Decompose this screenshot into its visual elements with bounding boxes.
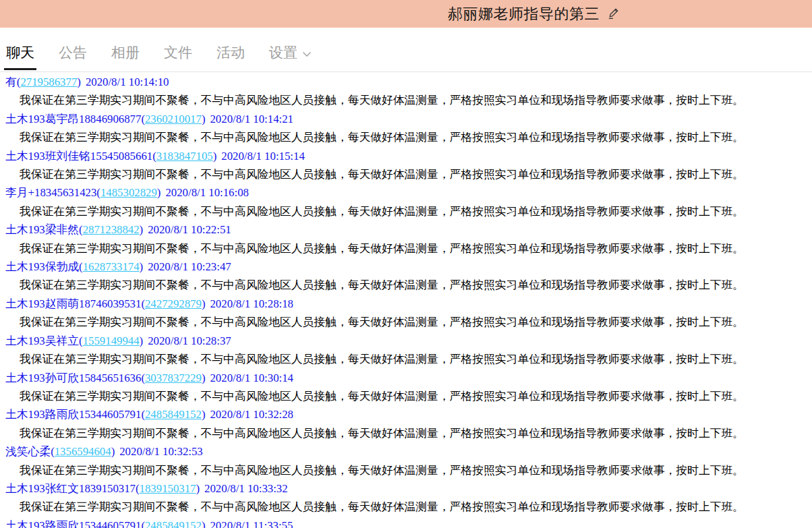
- paren-close: ): [140, 223, 144, 236]
- message-body: 我保证在第三学期实习期间不聚餐，不与中高风险地区人员接触，每天做好体温测量，严格…: [5, 276, 807, 294]
- timestamp: 2020/8/1 11:33:55: [210, 519, 293, 528]
- message-header: 李月+18345631423(1485302829)2020/8/1 10:16…: [5, 183, 807, 202]
- tab-label: 设置: [269, 43, 297, 62]
- timestamp: 2020/8/1 10:14:21: [210, 113, 293, 125]
- qq-number-link[interactable]: 2360210017: [145, 113, 202, 125]
- paren-close: ): [196, 482, 200, 495]
- tab-label: 相册: [111, 43, 140, 62]
- message-header: 浅笑心柔(1356594604)2020/8/1 10:32:53: [5, 442, 807, 461]
- message-header: 土木193吴祥立(1559149944)2020/8/1 10:28:37: [5, 332, 807, 350]
- chat-message: 土木193路雨欣15344605791(2485849152)2020/8/1 …: [5, 517, 807, 528]
- message-header: 土木193班刘佳铭15545085661(3183847105)2020/8/1…: [5, 147, 807, 165]
- qq-number-link[interactable]: 1559149944: [83, 334, 140, 347]
- qq-number-link[interactable]: 2427292879: [145, 297, 202, 310]
- page-title: 郝丽娜老师指导的第三: [448, 4, 600, 24]
- tab-label: 公告: [59, 43, 87, 62]
- qq-number-link[interactable]: 1356594604: [55, 445, 111, 458]
- paren-close: ): [202, 297, 206, 310]
- sender-name: 土木193张红文1839150317: [5, 482, 136, 495]
- message-body: 我保证在第三学期实习期间不聚餐，不与中高风险地区人员接触，每天做好体温测量，严格…: [5, 128, 807, 146]
- tab-activities[interactable]: 活动: [214, 28, 247, 70]
- timestamp: 2020/8/1 10:33:32: [204, 482, 288, 495]
- message-header: 土木193张红文1839150317(1839150317)2020/8/1 1…: [5, 479, 807, 498]
- tab-chat[interactable]: 聊天: [4, 28, 36, 70]
- paren-close: ): [140, 260, 144, 273]
- message-header: 土木193梁非然(2871238842)2020/8/1 10:22:51: [5, 221, 807, 239]
- paren-close: ): [140, 334, 144, 347]
- qq-number-link[interactable]: 3037837229: [145, 372, 202, 384]
- sender-name: 李月+18345631423: [5, 186, 96, 199]
- message-header: 土木193保勃成(1628733174)2020/8/1 10:23:47: [5, 258, 807, 276]
- message-header: 土木193路雨欣15344605791(2485849152)2020/8/1 …: [5, 517, 807, 528]
- message-header: 土木193赵雨萌18746039531(2427292879)2020/8/1 …: [5, 295, 807, 313]
- chat-message: 浅笑心柔(1356594604)2020/8/1 10:32:53 我保证在第三…: [5, 442, 807, 479]
- qq-number-link[interactable]: 1628733174: [83, 260, 140, 273]
- qq-number-link[interactable]: 2485849152: [145, 408, 202, 421]
- paren-close: ): [213, 150, 217, 163]
- sender-name: 土木193吴祥立: [5, 334, 79, 347]
- paren-close: ): [111, 445, 115, 458]
- timestamp: 2020/8/1 10:32:28: [210, 408, 293, 421]
- message-body: 我保证在第三学期实习期间不聚餐，不与中高风险地区人员接触，每天做好体温测量，严格…: [5, 202, 807, 221]
- pencil-icon[interactable]: [606, 7, 620, 21]
- timestamp: 2020/8/1 10:22:51: [148, 223, 231, 236]
- message-header: 有(2719586377)2020/8/1 10:14:10: [5, 73, 807, 91]
- sender-name: 土木193路雨欣15344605791: [5, 408, 141, 421]
- tab-label: 文件: [164, 43, 192, 62]
- message-header: 土木193路雨欣15344605791(2485849152)2020/8/1 …: [5, 405, 807, 423]
- titlebar: 郝丽娜老师指导的第三: [0, 0, 812, 28]
- qq-number-link[interactable]: 2485849152: [145, 519, 202, 528]
- paren-close: ): [202, 372, 206, 384]
- message-body: 我保证在第三学期实习期间不聚餐，不与中高风险地区人员接触，每天做好体温测量，严格…: [5, 350, 807, 368]
- qq-number-link[interactable]: 1839150317: [140, 482, 196, 495]
- chat-message: 土木193孙可欣15845651636(3037837229)2020/8/1 …: [5, 369, 807, 406]
- chat-message: 土木193梁非然(2871238842)2020/8/1 10:22:51 我保…: [5, 221, 807, 258]
- timestamp: 2020/8/1 10:30:14: [210, 372, 293, 384]
- message-body: 我保证在第三学期实习期间不聚餐，不与中高风险地区人员接触，每天做好体温测量，严格…: [5, 165, 807, 183]
- chat-message: 土木193班刘佳铭15545085661(3183847105)2020/8/1…: [5, 147, 807, 184]
- tab-announcements[interactable]: 公告: [57, 28, 89, 70]
- sender-name: 土木193保勃成: [5, 260, 79, 273]
- timestamp: 2020/8/1 10:28:37: [148, 334, 231, 347]
- message-header: 土木193孙可欣15845651636(3037837229)2020/8/1 …: [5, 369, 807, 387]
- tab-album[interactable]: 相册: [109, 28, 142, 70]
- timestamp: 2020/8/1 10:16:08: [165, 186, 249, 199]
- qq-number-link[interactable]: 2719586377: [20, 76, 77, 88]
- sender-name: 浅笑心柔: [5, 445, 51, 458]
- message-body: 我保证在第三学期实习期间不聚餐，不与中高风险地区人员接触，每天做好体温测量，严格…: [5, 387, 807, 405]
- chat-message: 土木193张红文1839150317(1839150317)2020/8/1 1…: [5, 479, 807, 517]
- chat-message: 有(2719586377)2020/8/1 10:14:10 我保证在第三学期实…: [5, 73, 807, 110]
- timestamp: 2020/8/1 10:23:47: [148, 260, 231, 273]
- chat-message: 土木193赵雨萌18746039531(2427292879)2020/8/1 …: [5, 295, 807, 332]
- chat-log: 有(2719586377)2020/8/1 10:14:10 我保证在第三学期实…: [0, 72, 812, 528]
- chat-message: 土木193保勃成(1628733174)2020/8/1 10:23:47 我保…: [5, 258, 807, 295]
- paren-close: ): [77, 76, 81, 88]
- qq-number-link[interactable]: 2871238842: [83, 223, 140, 236]
- tab-label: 聊天: [6, 43, 34, 62]
- sender-name: 有: [5, 76, 17, 88]
- title-wrap: 郝丽娜老师指导的第三: [448, 4, 620, 24]
- tab-label: 活动: [216, 43, 245, 62]
- paren-close: ): [202, 113, 206, 125]
- chat-message: 土木193路雨欣15344605791(2485849152)2020/8/1 …: [5, 405, 807, 442]
- group-chat-window: 郝丽娜老师指导的第三 聊天 公告 相册 文件 活动 设置: [0, 0, 812, 528]
- chevron-down-icon: [302, 51, 312, 57]
- sender-name: 土木193路雨欣15344605791: [5, 519, 141, 528]
- chat-message: 土木193吴祥立(1559149944)2020/8/1 10:28:37 我保…: [5, 332, 807, 369]
- timestamp: 2020/8/1 10:32:53: [119, 445, 203, 458]
- message-body: 我保证在第三学期实习期间不聚餐，不与中高风险地区人员接触，每天做好体温测量，严格…: [5, 461, 807, 479]
- sender-name: 土木193梁非然: [5, 223, 79, 236]
- sender-name: 土木193葛宇昂18846906877: [5, 113, 141, 125]
- chat-message: 土木193葛宇昂18846906877(2360210017)2020/8/1 …: [5, 110, 807, 147]
- message-body: 我保证在第三学期实习期间不聚餐，不与中高风险地区人员接触，每天做好体温测量，严格…: [5, 313, 807, 331]
- chat-message: 李月+18345631423(1485302829)2020/8/1 10:16…: [5, 183, 807, 221]
- qq-number-link[interactable]: 1485302829: [100, 186, 157, 199]
- sender-name: 土木193赵雨萌18746039531: [5, 297, 141, 310]
- tab-settings[interactable]: 设置: [267, 28, 314, 70]
- message-body: 我保证在第三学期实习期间不聚餐，不与中高风险地区人员接触，每天做好体温测量，严格…: [5, 91, 807, 109]
- timestamp: 2020/8/1 10:14:10: [86, 76, 169, 88]
- qq-number-link[interactable]: 3183847105: [156, 150, 213, 163]
- tab-bar: 聊天 公告 相册 文件 活动 设置: [0, 28, 812, 72]
- message-body: 我保证在第三学期实习期间不聚餐，不与中高风险地区人员接触，每天做好体温测量，严格…: [5, 239, 807, 258]
- tab-files[interactable]: 文件: [162, 28, 194, 70]
